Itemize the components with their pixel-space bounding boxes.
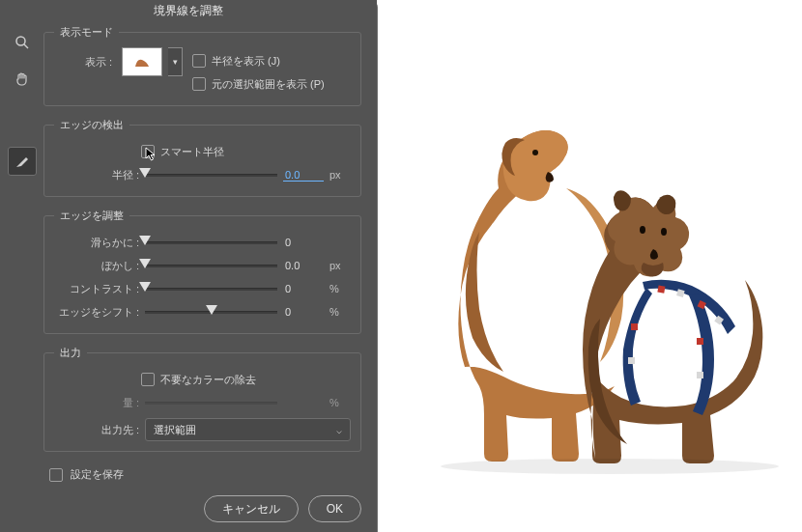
magnifier-icon	[14, 35, 30, 50]
contrast-slider[interactable]	[145, 282, 277, 295]
svg-rect-11	[631, 323, 638, 330]
svg-point-4	[661, 228, 667, 236]
svg-rect-10	[697, 372, 703, 378]
ok-button[interactable]: OK	[308, 495, 361, 522]
view-mode-section: 表示モード 表示 : ▾ 半径を表示 (J)	[43, 25, 361, 106]
hand-icon	[14, 71, 30, 87]
show-radius-checkbox[interactable]	[192, 54, 206, 68]
view-mode-legend: 表示モード	[54, 25, 119, 40]
svg-point-13	[441, 459, 779, 474]
shift-edge-label: エッジをシフト :	[54, 305, 139, 320]
output-to-select[interactable]: 選択範囲 ⌵	[145, 418, 351, 441]
zoom-tool[interactable]	[9, 29, 36, 56]
radius-unit: px	[329, 169, 351, 181]
refine-edge-dialog: 境界線を調整 表示モード 表示 :	[0, 0, 378, 532]
decontaminate-checkbox[interactable]	[141, 373, 155, 386]
output-to-value: 選択範囲	[154, 423, 196, 437]
shift-edge-unit: %	[329, 306, 351, 318]
dialog-body: 表示モード 表示 : ▾ 半径を表示 (J)	[0, 21, 377, 490]
view-mode-thumbnail[interactable]	[122, 47, 162, 76]
smooth-label: 滑らかに :	[54, 236, 139, 250]
radius-slider[interactable]	[145, 168, 277, 182]
dialog-title: 境界線を調整	[0, 0, 377, 21]
amount-slider	[145, 396, 277, 409]
canvas-preview	[378, 0, 802, 532]
tool-column	[0, 21, 43, 490]
show-original-label: 元の選択範囲を表示 (P)	[212, 77, 325, 92]
show-radius-label: 半径を表示 (J)	[212, 54, 280, 69]
output-to-label: 出力先 :	[54, 423, 139, 437]
contrast-label: コントラスト :	[54, 282, 139, 296]
smart-radius-checkbox[interactable]	[141, 145, 155, 158]
contrast-value[interactable]: 0	[283, 283, 324, 294]
output-section: 出力 不要なカラーの除去 量 : % 出力先 : 選択範囲 ⌵	[43, 346, 361, 452]
smooth-slider[interactable]	[145, 236, 277, 249]
svg-line-1	[24, 44, 28, 48]
smooth-value[interactable]: 0	[283, 237, 324, 248]
feather-unit: px	[329, 260, 351, 271]
thumbnail-preview-icon	[128, 52, 157, 71]
button-bar: キャンセル OK	[0, 490, 377, 532]
svg-rect-5	[657, 286, 665, 294]
adjust-edge-legend: エッジを調整	[54, 209, 129, 223]
svg-rect-12	[628, 357, 635, 364]
show-label: 表示 :	[54, 55, 112, 70]
show-original-checkbox[interactable]	[192, 77, 206, 91]
smart-radius-label: スマート半径	[160, 145, 224, 159]
edge-detection-legend: エッジの検出	[54, 118, 129, 132]
hand-tool[interactable]	[9, 66, 36, 93]
chevron-down-icon: ▾	[173, 57, 178, 67]
decontaminate-label: 不要なカラーの除去	[160, 373, 256, 387]
adjust-edge-section: エッジを調整 滑らかに : 0 ぼかし : 0.0 px コントラスト : 0	[43, 209, 361, 334]
remember-settings-label: 設定を保存	[71, 467, 124, 482]
feather-value[interactable]: 0.0	[283, 260, 324, 271]
chevron-down-icon: ⌵	[336, 425, 342, 435]
dialog-content: 表示モード 表示 : ▾ 半径を表示 (J)	[43, 21, 377, 490]
contrast-unit: %	[329, 283, 351, 294]
svg-point-2	[532, 150, 538, 155]
amount-unit: %	[329, 397, 351, 408]
radius-value[interactable]: 0.0	[283, 169, 324, 182]
shift-edge-value[interactable]: 0	[283, 306, 324, 318]
cancel-button[interactable]: キャンセル	[204, 495, 299, 522]
dogs-illustration	[407, 97, 802, 483]
amount-label: 量 :	[54, 396, 139, 410]
edge-detection-section: エッジの検出 スマート半径 半径 : 0.0 px	[43, 118, 361, 197]
svg-point-3	[640, 226, 645, 234]
remember-settings-checkbox[interactable]	[49, 468, 63, 482]
refine-brush-tool[interactable]	[8, 147, 37, 176]
output-legend: 出力	[54, 346, 87, 360]
view-mode-dropdown[interactable]: ▾	[168, 47, 183, 76]
feather-slider[interactable]	[145, 259, 277, 272]
shift-edge-slider[interactable]	[145, 305, 277, 319]
svg-point-0	[16, 37, 25, 45]
feather-label: ぼかし :	[54, 259, 139, 273]
svg-rect-9	[697, 338, 703, 345]
brush-icon	[14, 154, 30, 169]
radius-label: 半径 :	[54, 168, 139, 182]
